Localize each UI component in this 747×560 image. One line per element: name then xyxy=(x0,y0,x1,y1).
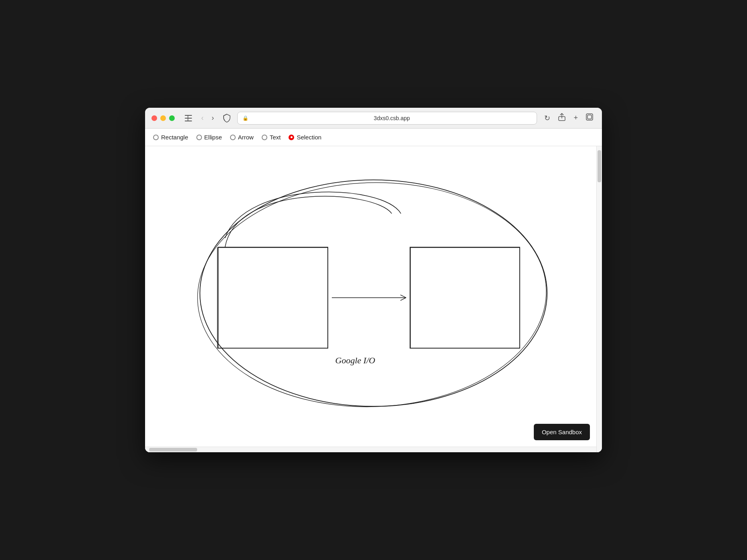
text-radio[interactable] xyxy=(262,135,267,140)
maximize-button[interactable] xyxy=(169,115,175,121)
drawing-canvas[interactable] xyxy=(145,146,602,452)
shield-icon xyxy=(221,113,232,124)
ellipse-label: Ellipse xyxy=(204,134,222,141)
selection-label: Selection xyxy=(297,134,321,141)
reload-button[interactable]: ↻ xyxy=(542,112,553,124)
rectangle-label: Rectangle xyxy=(161,134,188,141)
tool-text[interactable]: Text xyxy=(262,134,281,141)
tool-rectangle[interactable]: Rectangle xyxy=(153,134,188,141)
scrollbar-horizontal[interactable] xyxy=(145,447,596,452)
share-button[interactable] xyxy=(556,111,568,125)
traffic-lights xyxy=(151,115,175,121)
forward-button[interactable]: › xyxy=(209,112,216,124)
scrollbar-vertical-thumb[interactable] xyxy=(598,150,601,182)
address-bar[interactable]: 🔒 3dxs0.csb.app xyxy=(237,112,537,125)
selection-radio[interactable] xyxy=(289,135,294,140)
scrollbar-vertical[interactable] xyxy=(596,146,602,452)
tool-selection[interactable]: Selection xyxy=(289,134,321,141)
scrollbar-horizontal-thumb[interactable] xyxy=(149,448,197,451)
svg-rect-1 xyxy=(185,118,192,119)
nav-buttons: ‹ › xyxy=(199,112,216,124)
tool-ellipse[interactable]: Ellipse xyxy=(196,134,222,141)
tabs-button[interactable] xyxy=(583,112,596,124)
open-sandbox-button[interactable]: Open Sandbox xyxy=(534,424,590,440)
arrow-radio[interactable] xyxy=(230,135,236,140)
svg-rect-6 xyxy=(588,115,592,119)
browser-window: ‹ › 🔒 3dxs0.csb.app ↻ + xyxy=(145,108,602,452)
ellipse-radio[interactable] xyxy=(196,135,202,140)
sidebar-toggle-button[interactable] xyxy=(183,114,194,123)
svg-rect-2 xyxy=(185,121,192,121)
tool-bar: Rectangle Ellipse Arrow Text Selection xyxy=(145,129,602,146)
tool-arrow[interactable]: Arrow xyxy=(230,134,254,141)
toolbar-actions: ↻ + xyxy=(542,111,596,125)
svg-rect-0 xyxy=(185,115,192,116)
new-tab-button[interactable]: + xyxy=(571,112,580,124)
minimize-button[interactable] xyxy=(160,115,166,121)
lock-icon: 🔒 xyxy=(242,115,248,121)
title-bar: ‹ › 🔒 3dxs0.csb.app ↻ + xyxy=(145,108,602,129)
arrow-label: Arrow xyxy=(238,134,254,141)
back-button[interactable]: ‹ xyxy=(199,112,206,124)
rectangle-radio[interactable] xyxy=(153,135,159,140)
url-text: 3dxs0.csb.app xyxy=(252,115,532,121)
close-button[interactable] xyxy=(151,115,157,121)
text-label: Text xyxy=(270,134,281,141)
canvas-area[interactable]: Open Sandbox xyxy=(145,146,602,452)
